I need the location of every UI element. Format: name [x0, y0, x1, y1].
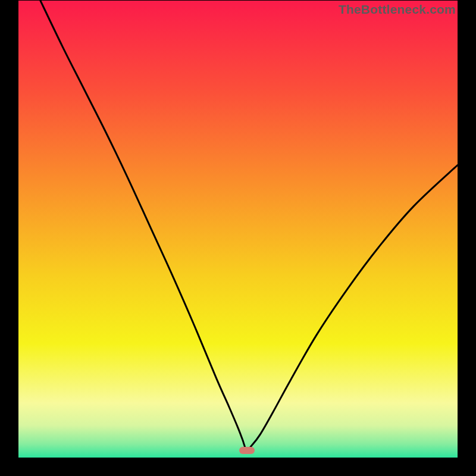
chart-stage: TheBottleneck.com: [0, 0, 476, 476]
plot-area: [18, 1, 458, 458]
attribution-watermark: TheBottleneck.com: [339, 2, 456, 17]
minimum-marker: [239, 447, 255, 454]
bottleneck-curve: [18, 1, 458, 458]
